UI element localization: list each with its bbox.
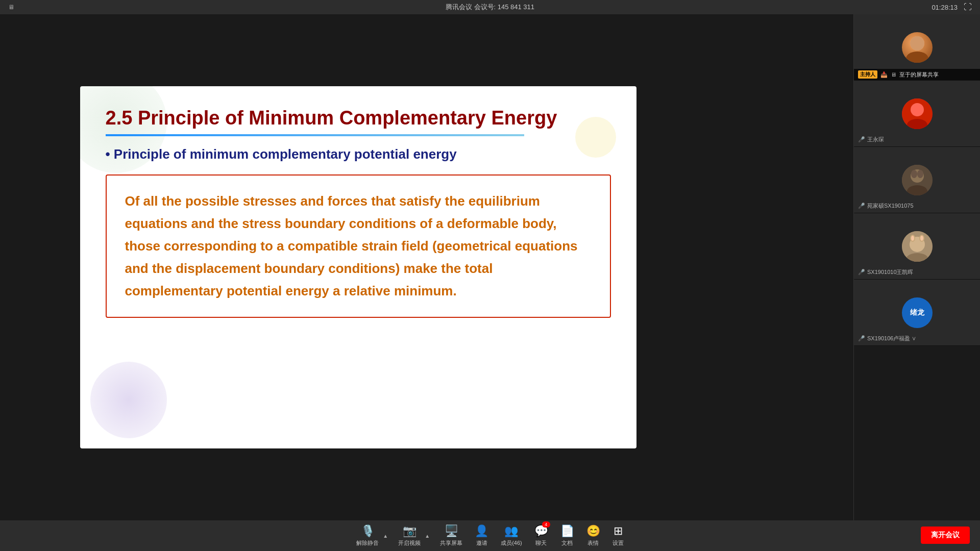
mute-button[interactable]: 🎙️ 解除静音: [350, 521, 385, 550]
slide: 2.5 Principle of Minimum Complementary E…: [80, 86, 636, 448]
members-button[interactable]: 👥 成员(46): [495, 521, 528, 550]
mic-toolbar-icon: 🎙️: [361, 524, 375, 538]
settings-label: 设置: [612, 539, 624, 547]
participant-name-5: SX190106卢福盈 ∨: [867, 335, 916, 342]
avatar-p5: 绪龙: [902, 297, 933, 328]
participant-slot-5: 绪龙 🎤 SX190106卢福盈 ∨: [854, 280, 980, 346]
share-toolbar-icon: 🖥️: [445, 524, 458, 538]
svg-point-9: [911, 170, 917, 178]
meeting-title: 腾讯会议 会议号: 145 841 311: [446, 3, 534, 12]
emoji-label: 表情: [587, 539, 599, 547]
participant-name-3: 苑家硕SX1901075: [867, 202, 914, 210]
slide-title: 2.5 Principle of Minimum Complementary E…: [106, 107, 611, 130]
participant-label-3: 🎤 苑家硕SX1901075: [858, 202, 914, 210]
window-icon: 🖥: [8, 4, 14, 11]
invite-button[interactable]: 👤 邀请: [469, 521, 495, 550]
principle-content-box: Of all the possible stresses and forces …: [106, 174, 611, 318]
chat-label: 聊天: [535, 539, 547, 547]
video-label: 开启视频: [398, 539, 421, 547]
deco-circle-bottomleft: [90, 362, 167, 438]
participant-label-4: 🎤 SX1901010王凯晖: [858, 268, 914, 276]
slide-subtitle: • Principle of minimum complementary pot…: [106, 146, 611, 162]
emoji-toolbar-icon: 😊: [586, 524, 600, 538]
participant-slot-host: 主持人 📥 🖥 至于的屏幕共享: [854, 14, 980, 81]
invite-label: 邀请: [476, 539, 487, 547]
host-label: 主持人: [858, 70, 877, 79]
share-label: 共享屏幕: [440, 539, 462, 547]
meeting-time: 01:28:13: [932, 4, 958, 11]
participant-name-2: 王永琛: [867, 136, 884, 143]
host-badge: 主持人 📥 🖥 至于的屏幕共享: [854, 69, 980, 80]
members-label: 成员(46): [501, 539, 522, 547]
main-presentation-area: 2.5 Principle of Minimum Complementary E…: [0, 14, 637, 520]
participant-label-5: 🎤 SX190106卢福盈 ∨: [858, 335, 916, 342]
mic-icon-p5: 🎤: [858, 335, 865, 342]
slide-underline: [106, 134, 524, 136]
host-name: 至于的屏幕共享: [899, 71, 939, 79]
video-button[interactable]: 📷 开启视频: [392, 521, 427, 550]
download-icon: 📥: [880, 71, 888, 78]
avatar-p3: [902, 165, 933, 195]
participant-label-2: 🎤 王永琛: [858, 136, 884, 143]
leave-meeting-button[interactable]: 离开会议: [921, 527, 970, 544]
top-bar: 🖥 腾讯会议 会议号: 145 841 311 01:28:13 ⛶: [0, 0, 980, 14]
svg-point-1: [906, 52, 928, 63]
mic-icon-p4: 🎤: [858, 269, 865, 276]
principle-text: Of all the possible stresses and forces …: [125, 190, 592, 303]
avatar-p2: [902, 98, 933, 129]
settings-button[interactable]: ⊞ 设置: [606, 521, 630, 550]
screen-icon: 🖥: [891, 71, 896, 78]
toolbar-group-main: 🎙️ 解除静音 ▲ 📷 开启视频 ▲ 🖥️ 共享屏幕 👤 邀请 👥 成员(46)…: [10, 521, 970, 550]
top-bar-left: 🖥: [8, 4, 14, 11]
sidebar-toggle-button[interactable]: ›: [853, 257, 854, 278]
settings-toolbar-icon: ⊞: [614, 524, 623, 538]
chat-button[interactable]: 💬 聊天 4: [528, 521, 554, 550]
svg-point-4: [911, 103, 924, 116]
svg-point-17: [920, 236, 923, 241]
mic-icon-p3: 🎤: [858, 203, 865, 209]
participant-slot-4: 🎤 SX1901010王凯晖: [854, 213, 980, 280]
avatar-host: [902, 32, 933, 63]
avatar-p4: [902, 231, 933, 262]
docs-label: 文档: [561, 539, 573, 547]
expand-icon[interactable]: ⛶: [964, 3, 972, 12]
docs-button[interactable]: 📄 文档: [554, 521, 580, 550]
share-button[interactable]: 🖥️ 共享屏幕: [434, 521, 469, 550]
chat-badge: 4: [542, 521, 550, 528]
mic-icon-p2: 🎤: [858, 136, 865, 143]
participant-slot-3: 🎤 苑家硕SX1901075: [854, 147, 980, 213]
participant-slot-2: 🎤 王永琛: [854, 81, 980, 147]
docs-toolbar-icon: 📄: [560, 524, 574, 538]
mute-label: 解除静音: [356, 539, 379, 547]
participant-name-4: SX1901010王凯晖: [867, 268, 914, 276]
video-toolbar-icon: 📷: [403, 524, 416, 538]
svg-point-10: [917, 170, 923, 178]
members-toolbar-icon: 👥: [504, 524, 518, 538]
svg-point-16: [911, 236, 914, 241]
svg-point-2: [910, 36, 924, 51]
participants-sidebar: › 主持人 📥 🖥 至于的屏幕共享 🎤 王永琛: [853, 14, 980, 520]
emoji-button[interactable]: 😊 表情: [580, 521, 606, 550]
top-bar-right: 01:28:13 ⛶: [932, 3, 972, 12]
bottom-toolbar: 🎙️ 解除静音 ▲ 📷 开启视频 ▲ 🖥️ 共享屏幕 👤 邀请 👥 成员(46)…: [0, 520, 980, 551]
invite-toolbar-icon: 👤: [475, 524, 488, 538]
